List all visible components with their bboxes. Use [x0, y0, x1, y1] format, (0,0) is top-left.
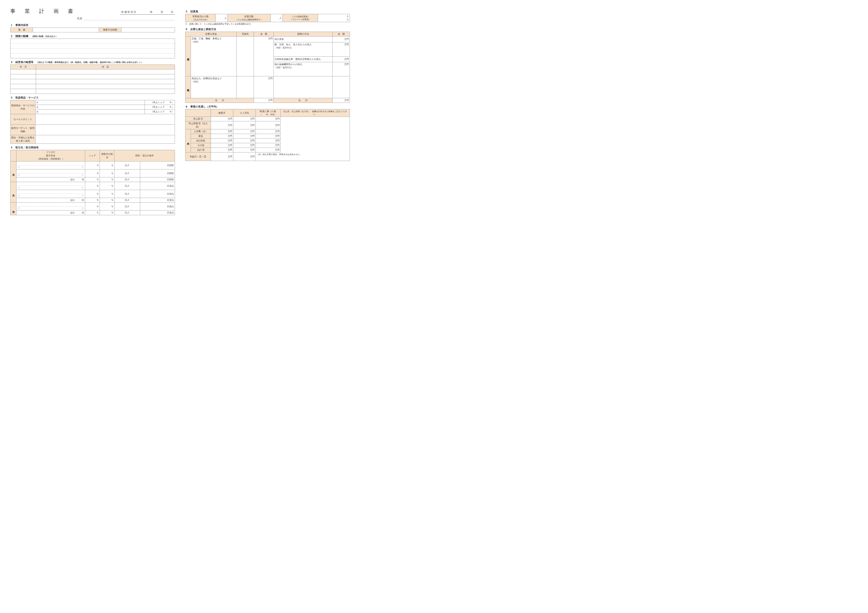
- sec5-title: ５ 従業員: [185, 10, 350, 13]
- sec2-title: ２ 開業の動機 （開業の動機、目的を記入）: [10, 34, 175, 38]
- open-label: 開業予定時期: [99, 28, 121, 33]
- name-input[interactable]: [84, 17, 175, 20]
- type-input[interactable]: [33, 28, 99, 33]
- sec3-title: ３ 経営者の略歴等 （現在までの職歴・事業実績を記入（例：勤務先、役職、経験年数…: [10, 60, 175, 64]
- open-input[interactable]: [121, 28, 175, 33]
- name-label: 氏名: [77, 17, 82, 20]
- type-label: 業 種: [11, 28, 33, 33]
- sec4-title: ４ 取引先・取引関係等: [10, 146, 175, 149]
- sec8-title: ８ 事業の見通し（月平均）: [185, 105, 350, 108]
- doc-title: 事 業 計 画 書: [10, 8, 75, 15]
- sec3b-title: ３ 取扱商品・サービス: [10, 96, 175, 99]
- sec1-title: １ 事業内容等: [10, 23, 175, 27]
- sec6-title: ６ 必要な資金と調達方法: [185, 28, 350, 31]
- sec5-foot: ※ 創業に際して、３ヵ月以上継続雇用を予定している従業員数を記入: [185, 23, 350, 25]
- date-line[interactable]: 作成年月日 年 月 日: [120, 10, 175, 15]
